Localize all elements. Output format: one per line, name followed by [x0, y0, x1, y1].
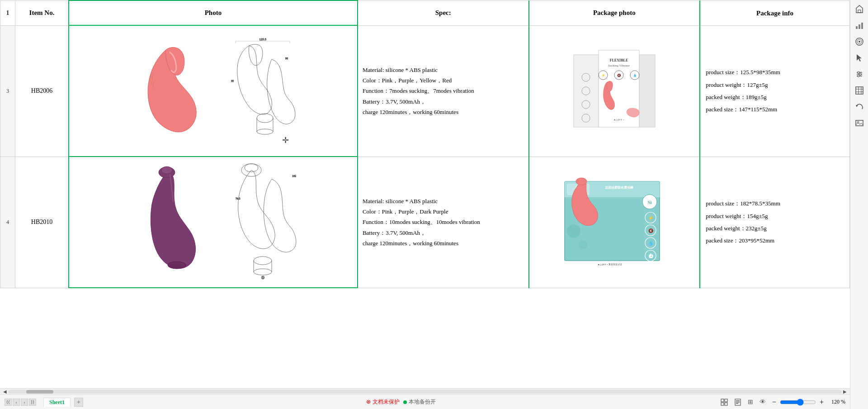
toolbar-target-icon[interactable]: [854, 36, 865, 47]
header-spec: Spec:: [358, 0, 529, 25]
svg-point-73: [859, 41, 860, 43]
svg-point-57: [567, 224, 580, 238]
page-view-btn[interactable]: [732, 398, 743, 407]
svg-point-77: [858, 71, 859, 73]
header-photo: Photo: [69, 0, 358, 25]
row4-pkg-svg: 品牌 花花 花花硅胶吸吮震动棒: [560, 172, 669, 272]
row4-num: 4: [0, 157, 15, 288]
row3-tech-svg: 125.5: [226, 37, 299, 145]
table-container[interactable]: 1 Item No. Photo Spec: Package photo Pac…: [0, 0, 850, 388]
scrollbar-track[interactable]: [8, 390, 842, 394]
zoom-slider[interactable]: [780, 399, 816, 406]
svg-text:⏻: ⏻: [648, 254, 653, 258]
backup-dot: [403, 400, 407, 404]
zoom-plus-btn[interactable]: +: [818, 398, 826, 406]
add-sheet-btn[interactable]: +: [74, 398, 83, 407]
toolbar-table-icon[interactable]: [854, 85, 865, 96]
svg-rect-69: [859, 24, 860, 29]
toolbar-chart-icon[interactable]: [854, 20, 865, 31]
toolbar-settings-icon[interactable]: [854, 69, 865, 80]
svg-rect-86: [856, 120, 863, 126]
eye-btn[interactable]: 👁: [758, 398, 768, 407]
header-row: 1 Item No. Photo Spec: Package photo Pac…: [0, 0, 850, 25]
row3-num: 3: [0, 25, 15, 157]
spreadsheet-table: 1 Item No. Photo Spec: Package photo Pac…: [0, 0, 850, 288]
zoom-minus-btn[interactable]: −: [770, 398, 778, 406]
svg-point-4: [257, 114, 273, 123]
header-itemno: Item No.: [15, 0, 69, 25]
svg-text:ⓗ: ⓗ: [261, 276, 264, 280]
row3-pkginfo: product size：125.5*98*35mm product weigh…: [700, 25, 849, 157]
view-controls: ⊞ 👁 − + 120 %: [719, 397, 845, 407]
svg-rect-70: [861, 23, 863, 29]
prev-sheet-btn[interactable]: ‹: [13, 399, 20, 406]
toolbar-cursor-icon[interactable]: [854, 52, 865, 63]
horizontal-scrollbar[interactable]: ◀ ▶: [0, 388, 850, 395]
row4-pkgphoto: 品牌 花花 花花硅胶吸吮震动棒: [529, 157, 700, 288]
toolbar-home-icon[interactable]: [854, 4, 865, 14]
svg-point-31: [245, 164, 258, 172]
svg-rect-13: [639, 55, 655, 127]
main-area: 1 Item No. Photo Spec: Package photo Pac…: [0, 0, 868, 409]
svg-text:FLEXIBLE: FLEXIBLE: [610, 58, 628, 62]
row3-pkg-svg: FLEXIBLE Sucking Vibrator ⚡ 🔇: [565, 41, 664, 141]
header-pkgphoto: Package photo: [529, 0, 700, 25]
svg-text:98: 98: [285, 57, 288, 60]
svg-text:▲△◎CE ±: ▲△◎CE ±: [613, 119, 624, 121]
row4-pkginfo: product size：182*78.5*35mm product weigh…: [700, 157, 849, 288]
view-split-btn[interactable]: ⊞: [746, 397, 755, 407]
row3-photo-content: 125.5: [69, 26, 357, 156]
svg-point-32: [254, 257, 272, 265]
grid-view-btn[interactable]: [719, 398, 730, 407]
error-icon: ⊗: [366, 399, 371, 405]
svg-text:182: 182: [292, 175, 296, 177]
svg-text:💧: 💧: [632, 73, 637, 77]
first-sheet-btn[interactable]: ⟨⟨: [5, 399, 12, 406]
svg-text:125.5: 125.5: [259, 38, 267, 41]
row4-product-svg: [127, 163, 217, 281]
svg-text:78.5: 78.5: [236, 197, 241, 200]
svg-rect-64: [736, 400, 740, 401]
svg-rect-59: [721, 399, 724, 402]
row3-photo: 125.5: [69, 25, 358, 157]
svg-rect-62: [725, 403, 727, 405]
svg-point-28: [161, 166, 172, 174]
row4-tech-svg: ⓗ 78.5 182: [226, 163, 299, 281]
bottom-bar: ⟨⟨ ‹ › ⟩⟩ Sheet1 + ⊗ 文档未保护 本地备份开: [0, 395, 850, 409]
row3-spec: Material: silicone * ABS plastic Color：P…: [358, 25, 529, 157]
last-sheet-btn[interactable]: ⟩⟩: [29, 399, 36, 406]
row4-spec-text: Material: silicone * ABS plastic Color：P…: [363, 196, 524, 249]
row3-pkginfo-text: product size：125.5*98*35mm product weigh…: [706, 66, 844, 115]
svg-text:Sucking Vibrator: Sucking Vibrator: [608, 64, 630, 67]
svg-point-58: [578, 240, 587, 249]
sheet-tab-nav: ⟨⟨ ‹ › ⟩⟩: [5, 399, 36, 406]
scrollbar-thumb[interactable]: [26, 390, 53, 394]
svg-text:花花硅胶吸吮震动棒: 花花硅胶吸吮震动棒: [604, 185, 633, 190]
next-sheet-btn[interactable]: ›: [21, 399, 28, 406]
svg-text:▲△◎CE ± 复合安全认证: ▲△◎CE ± 复合安全认证: [598, 263, 623, 266]
backup-status: 本地备份开: [403, 398, 436, 406]
row4-photo: ⓗ 78.5 182: [69, 157, 358, 288]
row3-itemno: HB2006: [15, 25, 69, 157]
svg-point-35: [254, 269, 272, 275]
row3-spec-text: Material: silicone * ABS plastic Color：P…: [363, 65, 524, 118]
scroll-right-btn[interactable]: ▶: [842, 389, 848, 395]
toolbar-undo-icon[interactable]: [854, 101, 865, 112]
header-rownum: 1: [0, 0, 15, 25]
svg-point-79: [858, 75, 859, 77]
unsaved-label: 文档未保护: [373, 398, 400, 406]
zoom-control: − + 120 %: [770, 398, 845, 406]
scroll-left-btn[interactable]: ◀: [2, 389, 8, 395]
svg-rect-61: [721, 403, 724, 405]
svg-point-78: [859, 73, 861, 75]
row4-photo-content: ⓗ 78.5 182: [69, 157, 357, 287]
toolbar-image-icon[interactable]: [854, 118, 865, 128]
sheet1-tab[interactable]: Sheet1: [43, 398, 71, 407]
row4-pkginfo-text: product size：182*78.5*35mm product weigh…: [706, 197, 844, 247]
backup-label: 本地备份开: [409, 398, 436, 406]
svg-rect-80: [856, 87, 863, 94]
page-icon: [734, 399, 741, 406]
grid-icon: [721, 399, 728, 406]
svg-text:Si: Si: [647, 200, 651, 205]
svg-point-29: [168, 262, 186, 269]
